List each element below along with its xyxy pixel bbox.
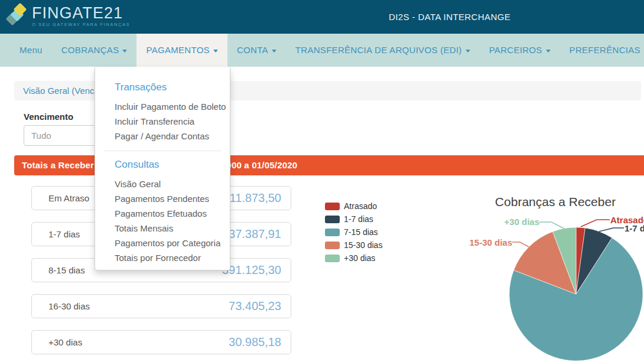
dropdown-section-header: Consultas [95,159,230,171]
leader-line-atrasado [581,220,610,227]
logo-title: FINGATE21 [32,5,130,21]
legend-swatch-7-15-dias [325,229,340,236]
leader-line-15-30-dias [512,242,529,247]
legend-swatch-15-30-dias [325,242,340,249]
app-title: DI2S - DATA INTERCHANGE [389,0,510,34]
row-label: +30 dias [48,337,82,347]
logo-tagline: O SEU GATEWAY PARA FINANÇAS [32,22,130,27]
leader-line-30-mais-dias [539,222,564,229]
row-label: 1-7 dias [48,229,80,239]
legend-item: +30 dias [325,253,382,263]
leader-line-1-7-dias [599,228,624,231]
chart-legend: Atrasado 1-7 dias 7-15 dias 15-30 dias +… [325,201,382,266]
dropdown-divider [104,151,221,151]
app-header: FINGATE21 O SEU GATEWAY PARA FINANÇAS DI… [0,0,644,34]
chevron-down-icon [466,50,470,53]
row-value: 391.125,30 [222,263,281,277]
nav-item-parceiros[interactable]: PARCEIROS [480,34,560,67]
page: FINGATE21 O SEU GATEWAY PARA FINANÇAS DI… [0,0,644,362]
row-label: 16-30 dias [48,301,90,311]
legend-item: 7-15 dias [325,227,382,237]
chevron-down-icon [122,50,127,53]
menu-item-totais-por-fornecedor[interactable]: Totais por Fornecedor [95,250,230,265]
nav-item-cobrancas[interactable]: COBRANÇAS [52,34,137,67]
dropdown-section-header: Transações [95,81,230,93]
chevron-down-icon [213,50,218,53]
menu-item-incluir-pagamento-boleto[interactable]: Incluir Pagamento de Boleto [95,99,230,114]
legend-swatch-30-mais-dias [325,255,340,262]
pie-label-1-7-dias: 1-7 dias [625,223,644,233]
row-value: 30.985,18 [229,335,281,349]
legend-swatch-atrasado [325,203,340,210]
pie-label-30-mais-dias: +30 dias [504,217,539,227]
table-row[interactable]: +30 dias 30.985,18 [31,330,291,354]
legend-swatch-1-7-dias [325,216,340,223]
menu-item-pagamentos-pendentes[interactable]: Pagamentos Pendentes [95,191,230,206]
menu-item-incluir-transferencia[interactable]: Incluir Transferencia [95,114,230,129]
chevron-down-icon [546,50,551,53]
legend-item: 15-30 dias [325,240,382,250]
pagamentos-dropdown-menu: Transações Incluir Pagamento de Boleto I… [95,67,230,270]
nav-item-menu[interactable]: Menu [10,34,52,67]
row-value: 73.405,23 [229,299,281,313]
nav-item-transferencia-edi[interactable]: TRANSFERÊNCIA DE ARQUIVOS (EDI) [286,34,480,67]
menu-item-pagar-agendar-contas[interactable]: Pagar / Agendar Contas [95,129,230,144]
row-value: 37.387,91 [229,227,281,241]
menu-item-pagamentos-por-categoria[interactable]: Pagamentos por Categoria [95,236,230,250]
table-row[interactable]: 16-30 dias 73.405,23 [31,294,291,318]
nav-item-pagamentos[interactable]: PAGAMENTOS [136,34,227,67]
row-value: 11.873,50 [230,191,282,205]
legend-item: 1-7 dias [325,214,382,224]
pie-slices [509,227,643,361]
legend-item: Atrasado [325,201,382,211]
row-label: 8-15 dias [48,265,85,275]
pie-chart: Cobranças a Receber Atrasado 1-7 dias +3… [467,189,644,362]
vencimento-label: Vencimento [24,112,73,122]
row-label: Em Atraso [48,193,89,203]
fingate-logo-icon [6,3,31,30]
chevron-down-icon [272,50,277,53]
pie-label-15-30-dias: 15-30 dias [469,237,512,247]
main-navbar: Menu COBRANÇAS PAGAMENTOS CONTA TRANSFER… [0,34,644,67]
nav-item-conta[interactable]: CONTA [227,34,286,67]
nav-item-preferencias[interactable]: PREFERÊNCIAS [560,34,644,67]
menu-item-pagamentos-efetuados[interactable]: Pagamentos Efetuados [95,206,230,221]
fingate-logo[interactable]: FINGATE21 O SEU GATEWAY PARA FINANÇAS [6,3,130,30]
menu-item-totais-mensais[interactable]: Totais Mensais [95,221,230,236]
menu-item-visao-geral[interactable]: Visão Geral [95,177,230,191]
